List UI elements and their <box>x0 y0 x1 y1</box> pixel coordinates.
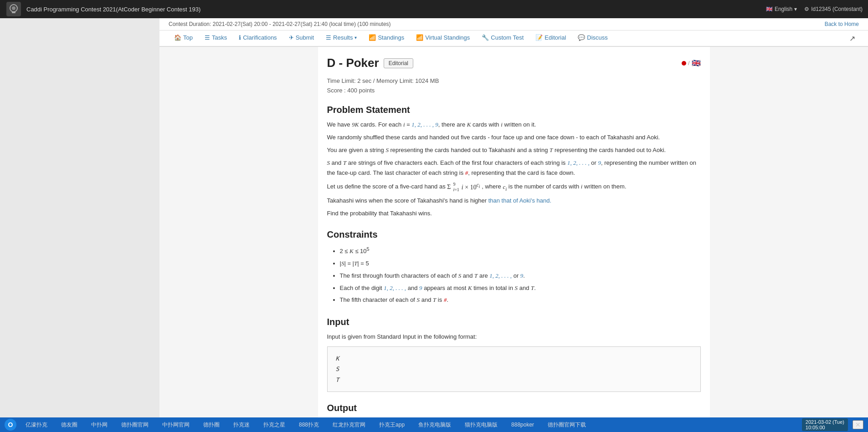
problem-line-7: Find the probability that Takahashi wins… <box>327 208 701 219</box>
nav-tasks-label: Tasks <box>212 34 227 41</box>
nav-clarifications-label: Clarifications <box>243 34 277 41</box>
left-sidebar <box>0 18 159 417</box>
editorial-button[interactable]: Editorial <box>384 58 413 68</box>
atcoder-logo <box>5 1 22 17</box>
taskbar-item-11[interactable]: 扑克王app <box>375 420 409 430</box>
input-description: Input is given from Standard Input in th… <box>327 332 701 342</box>
taskbar-time: 10:05:00 <box>806 425 844 430</box>
taskbar-item-4[interactable]: 德扑圈官网 <box>117 420 153 430</box>
clarifications-icon: ℹ <box>239 34 241 41</box>
nav-editorial-label: Editorial <box>544 34 566 41</box>
constraint-4: Each of the digit 1, 2, . . . , and 9 ap… <box>340 283 701 294</box>
output-heading: Output <box>327 403 701 413</box>
nav-virtual-standings-label: Virtual Standings <box>425 34 470 41</box>
nav-tasks[interactable]: ☰ Tasks <box>199 30 232 46</box>
submit-icon: ✈ <box>289 34 294 41</box>
lang-label: English <box>775 6 792 12</box>
svg-point-2 <box>12 6 15 10</box>
constraint-1: 2 ≤ K ≤ 105 <box>340 244 701 257</box>
constraints-heading: Constraints <box>327 229 701 240</box>
taskbar-item-3[interactable]: 中扑网 <box>87 420 112 430</box>
taskbar-start-label: O <box>8 421 13 428</box>
nav-editorial[interactable]: 📝 Editorial <box>530 30 571 46</box>
constraints-list: 2 ≤ K ≤ 105 |S| = |T| = 5 The first thro… <box>340 244 701 306</box>
sum-formula: Σ 9 i=1 i × 10ci <box>447 181 480 193</box>
editorial-nav-icon: 📝 <box>535 34 543 41</box>
user-label: Id12345 (Contestant) <box>811 6 863 12</box>
limits: Time Limit: 2 sec / Memory Limit: 1024 M… <box>327 77 701 84</box>
taskbar-item-12[interactable]: 鱼扑克电脑版 <box>414 420 456 430</box>
topbar-title: Caddi Programming Contest 2021(AtCoder B… <box>26 6 766 13</box>
taskbar-item-10[interactable]: 红龙扑克官网 <box>328 420 370 430</box>
input-format-s: S <box>336 364 692 374</box>
constraint-5: The fifth character of each of S and T i… <box>340 295 701 306</box>
taskbar-item-8[interactable]: 扑克之星 <box>259 420 290 430</box>
custom-test-icon: 🔧 <box>482 34 489 41</box>
contest-duration: Contest Duration: 2021-02-27(Sat) 20:00 … <box>169 21 391 27</box>
navbar: 🏠 Top ☰ Tasks ℹ Clarifications ✈ Submit … <box>159 30 868 47</box>
nav-standings-label: Standings <box>378 34 404 41</box>
input-format-k: K <box>336 353 692 364</box>
taskbar-item-2[interactable]: 德友圈 <box>56 420 82 430</box>
problem-line-3: You are given a string S representing th… <box>327 145 701 155</box>
results-icon: ☰ <box>326 34 331 41</box>
problem-title-row: D - Poker Editorial / 🇬🇧 <box>327 56 701 70</box>
back-to-home-link[interactable]: Back to Home <box>825 21 859 27</box>
user-info[interactable]: ⚙ Id12345 (Contestant) <box>804 6 863 12</box>
gear-icon: ⚙ <box>804 6 809 12</box>
taskbar-item-5[interactable]: 中扑网官网 <box>158 420 194 430</box>
input-format-t: T <box>336 375 692 385</box>
taskbar-item-14[interactable]: 888poker <box>507 421 539 429</box>
taskbar-item-13[interactable]: 猫扑克电脑版 <box>460 420 502 430</box>
taskbar-item-6[interactable]: 德扑圈 <box>199 420 224 430</box>
nav-results-label: Results <box>333 34 353 41</box>
problem-line-2: We randomly shuffled these cards and han… <box>327 132 701 142</box>
taskbar-date: 2021-03-02 (Tue) <box>806 419 844 425</box>
topbar: Caddi Programming Contest 2021(AtCoder B… <box>0 0 868 18</box>
constraint-2: |S| = |T| = 5 <box>340 258 701 269</box>
main-content: D - Poker Editorial / 🇬🇧 Time Limit: 2 s… <box>318 47 710 427</box>
taskbar-item-15[interactable]: 德扑圈官网下载 <box>543 420 591 430</box>
discuss-icon: 💬 <box>578 34 585 41</box>
nav-virtual-standings[interactable]: 📶 Virtual Standings <box>411 30 475 46</box>
language-selector[interactable]: 🇬🇧 English ▾ <box>766 6 797 12</box>
separator: / <box>688 60 690 66</box>
red-dot-icon <box>682 61 686 66</box>
input-format: K S T <box>327 346 701 392</box>
topbar-right: 🇬🇧 English ▾ ⚙ Id12345 (Contestant) <box>766 6 863 12</box>
nav-top[interactable]: 🏠 Top <box>169 30 198 46</box>
problem-line-6: Takahashi wins when the score of Takahas… <box>327 196 701 206</box>
problem-line-5: Let us define the score of a five-card h… <box>327 181 701 193</box>
taskbar-datetime-box: 2021-03-02 (Tue) 10:05:00 <box>802 418 848 431</box>
taskbar-item-7[interactable]: 扑克迷 <box>229 420 254 430</box>
nav-discuss[interactable]: 💬 Discuss <box>572 30 613 46</box>
standings-icon: 📶 <box>369 34 376 41</box>
problem-statement-heading: Problem Statement <box>327 105 701 115</box>
nav-standings[interactable]: 📶 Standings <box>363 30 410 46</box>
nav-submit[interactable]: ✈ Submit <box>283 30 319 46</box>
page-wrapper: Contest Duration: 2021-02-27(Sat) 20:00 … <box>159 18 868 432</box>
taskbar-item-1[interactable]: 亿濠扑克 <box>21 420 52 430</box>
nav-top-label: Top <box>183 34 193 41</box>
problem-title: D - Poker <box>327 56 379 70</box>
contest-info-bar: Contest Duration: 2021-02-27(Sat) 20:00 … <box>159 18 868 30</box>
taskbar-start-button[interactable]: O <box>5 419 16 431</box>
flag-icon: 🇬🇧 <box>766 6 773 12</box>
svg-rect-3 <box>12 12 15 13</box>
problem-line-1: We have 9K cards. For each i = 1, 2, . .… <box>327 120 701 130</box>
input-heading: Input <box>327 317 701 327</box>
nav-custom-test[interactable]: 🔧 Custom Test <box>476 30 529 46</box>
nav-submit-label: Submit <box>296 34 314 41</box>
chevron-down-icon: ▾ <box>794 6 797 12</box>
problem-line-4: S and T are strings of five characters e… <box>327 158 701 178</box>
nav-clarifications[interactable]: ℹ Clarifications <box>233 30 282 46</box>
taskbar-close-button[interactable]: ✕ <box>853 420 863 429</box>
nav-discuss-label: Discuss <box>587 34 608 41</box>
taskbar-item-9[interactable]: 888扑克 <box>294 420 324 430</box>
results-dropdown-icon: ▾ <box>354 35 357 40</box>
nav-results[interactable]: ☰ Results ▾ <box>320 30 362 46</box>
constraint-3: The first through fourth characters of e… <box>340 270 701 282</box>
virtual-standings-icon: 📶 <box>416 34 423 41</box>
expand-button[interactable]: ↗ <box>846 32 859 45</box>
home-icon: 🏠 <box>174 34 181 41</box>
